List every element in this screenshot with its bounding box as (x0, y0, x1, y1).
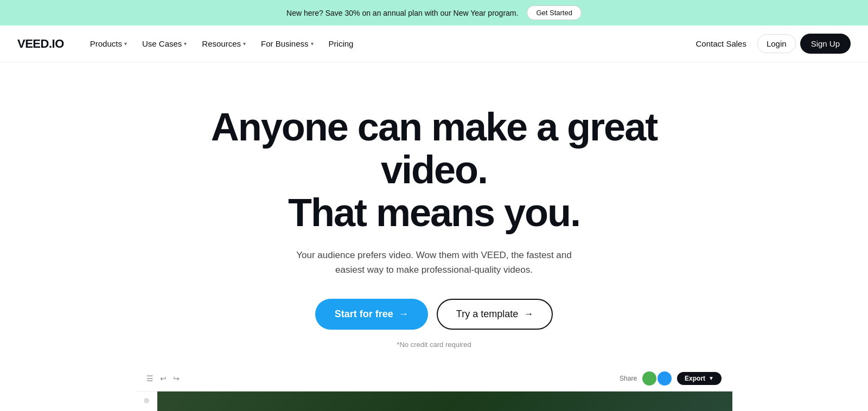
app-video-area (157, 391, 732, 411)
chevron-down-icon: ▾ (243, 41, 246, 47)
arrow-right-icon: → (524, 309, 533, 320)
app-toolbar-right: Share Export ▼ (620, 371, 722, 386)
app-toolbar-left: ☰ ↩ ↪ (146, 374, 180, 383)
share-label[interactable]: Share (620, 375, 637, 382)
contact-sales-link[interactable]: Contact Sales (690, 35, 753, 53)
nav-item-resources[interactable]: Resources ▾ (195, 35, 252, 53)
app-preview: ☰ ↩ ↪ Share Export ▼ (136, 366, 732, 411)
avatar-2 (658, 371, 672, 386)
hero-subtitle: Your audience prefers video. Wow them wi… (288, 248, 580, 277)
app-sidebar (136, 391, 157, 411)
start-for-free-button[interactable]: Start for free → (315, 299, 428, 330)
chevron-down-icon: ▾ (124, 41, 127, 47)
hero-title: Anyone can make a great video. That mean… (190, 106, 678, 235)
video-background (157, 391, 732, 411)
nav-links: Products ▾ Use Cases ▾ Resources ▾ For B… (84, 35, 690, 53)
app-content-area (136, 391, 732, 411)
logo[interactable]: VEED.IO (17, 37, 64, 51)
hero-section: Anyone can make a great video. That mean… (0, 62, 868, 411)
navbar: VEED.IO Products ▾ Use Cases ▾ Resources… (0, 25, 868, 62)
undo-icon[interactable]: ↩ (160, 374, 167, 383)
nav-item-products[interactable]: Products ▾ (84, 35, 133, 53)
redo-icon[interactable]: ↪ (173, 374, 180, 383)
nav-item-forbusiness[interactable]: For Business ▾ (254, 35, 320, 53)
arrow-right-icon: → (399, 309, 409, 320)
hero-buttons: Start for free → Try a template → (315, 299, 553, 330)
signup-button[interactable]: Sign Up (800, 34, 851, 54)
app-toolbar: ☰ ↩ ↪ Share Export ▼ (136, 366, 732, 391)
chevron-down-icon: ▾ (184, 41, 187, 47)
banner-cta-button[interactable]: Get Started (527, 5, 581, 20)
nav-right: Contact Sales Login Sign Up (690, 34, 851, 54)
hamburger-icon: ☰ (146, 374, 154, 383)
login-button[interactable]: Login (757, 34, 796, 53)
try-template-button[interactable]: Try a template → (437, 299, 553, 330)
nav-item-pricing[interactable]: Pricing (322, 35, 360, 53)
sidebar-dot (144, 398, 149, 403)
announcement-banner: New here? Save 30% on an annual plan wit… (0, 0, 868, 25)
avatar (642, 371, 656, 386)
no-credit-card-text: *No credit card required (397, 341, 471, 349)
nav-item-usecases[interactable]: Use Cases ▾ (136, 35, 193, 53)
chevron-down-icon: ▼ (709, 375, 714, 381)
banner-text: New here? Save 30% on an annual plan wit… (286, 9, 518, 17)
chevron-down-icon: ▾ (311, 41, 314, 47)
export-button[interactable]: Export ▼ (677, 372, 722, 385)
